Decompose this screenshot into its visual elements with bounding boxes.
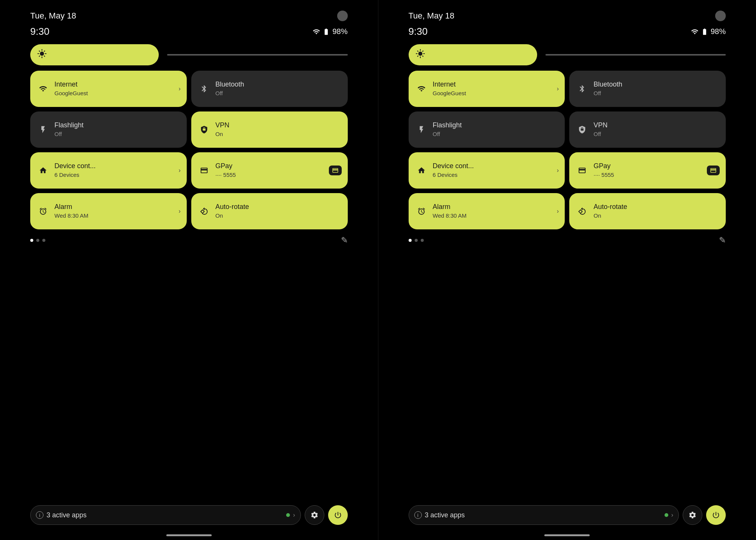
tile-text: VPN Off bbox=[593, 121, 720, 138]
tile-vpn[interactable]: VPN On bbox=[191, 111, 348, 148]
status-time: 9:30 bbox=[409, 26, 428, 37]
tile-subtitle: ···· 5555 bbox=[593, 171, 702, 179]
tile-text: Alarm Wed 8:30 AM bbox=[433, 203, 552, 219]
tile-gpay[interactable]: GPay ···· 5555 bbox=[569, 152, 726, 189]
tile-bluetooth[interactable]: Bluetooth Off bbox=[569, 71, 726, 107]
tile-subtitle: GoogleGuest bbox=[433, 90, 552, 97]
tile-title: VPN bbox=[593, 121, 720, 130]
tile-text: Alarm Wed 8:30 AM bbox=[54, 203, 174, 219]
settings-button[interactable] bbox=[305, 505, 324, 525]
tile-device-control[interactable]: Device cont... 6 Devices › bbox=[30, 152, 187, 189]
brightness-track[interactable] bbox=[167, 54, 348, 56]
battery-percentage: 98% bbox=[711, 27, 726, 36]
tile-title: GPay bbox=[215, 162, 324, 170]
power-button[interactable] bbox=[328, 505, 348, 525]
tile-text: Device cont... 6 Devices bbox=[54, 162, 174, 178]
info-icon: i bbox=[36, 511, 43, 519]
tiles-wrapper: Internet GoogleGuest › Bluetooth Off Fla… bbox=[409, 71, 726, 229]
tile-text: Flashlight Off bbox=[433, 121, 559, 138]
tile-bluetooth[interactable]: Bluetooth Off bbox=[191, 71, 348, 107]
brightness-pill[interactable] bbox=[30, 44, 159, 65]
edit-icon[interactable]: ✎ bbox=[341, 235, 348, 245]
active-apps-pill[interactable]: i 3 active apps › bbox=[409, 505, 679, 525]
tile-icon-wifi bbox=[415, 82, 428, 96]
tile-auto-rotate[interactable]: Auto-rotate On bbox=[569, 193, 726, 229]
tile-subtitle: Off bbox=[593, 90, 720, 97]
tile-icon-bluetooth bbox=[575, 82, 589, 96]
home-indicator bbox=[544, 534, 590, 536]
battery-percentage: 98% bbox=[332, 27, 347, 36]
tile-icon-home bbox=[415, 164, 428, 177]
tile-title: Flashlight bbox=[433, 121, 559, 130]
tile-text: GPay ···· 5555 bbox=[215, 162, 324, 178]
tile-icon-rotate bbox=[575, 204, 589, 218]
tile-icon-alarm bbox=[415, 204, 428, 218]
panel-right: Tue, May 18 9:30 98% Internet bbox=[378, 0, 756, 540]
status-row: 9:30 98% bbox=[409, 23, 726, 44]
tile-device-control[interactable]: Device cont... 6 Devices › bbox=[409, 152, 565, 189]
quick-tiles-grid: Internet GoogleGuest › Bluetooth Off Fla… bbox=[30, 71, 348, 229]
bottom-bar: i 3 active apps › bbox=[409, 505, 726, 525]
tile-text: Auto-rotate On bbox=[593, 203, 720, 219]
active-apps-text: 3 active apps bbox=[425, 511, 662, 519]
tile-title: Device cont... bbox=[433, 162, 552, 170]
brightness-pill[interactable] bbox=[409, 44, 537, 65]
gpay-card bbox=[329, 166, 342, 175]
status-bar: Tue, May 18 bbox=[409, 7, 726, 23]
tile-icon-vpn bbox=[197, 123, 211, 136]
active-apps-pill[interactable]: i 3 active apps › bbox=[30, 505, 301, 525]
brightness-icon bbox=[415, 49, 425, 61]
tile-auto-rotate[interactable]: Auto-rotate On bbox=[191, 193, 348, 229]
dot-2 bbox=[415, 239, 418, 242]
battery-icon bbox=[701, 28, 708, 36]
active-apps-text: 3 active apps bbox=[46, 511, 283, 519]
tile-text: Internet GoogleGuest bbox=[54, 80, 174, 97]
tile-title: Flashlight bbox=[54, 121, 181, 130]
pill-chevron: › bbox=[293, 512, 295, 518]
brightness-row[interactable] bbox=[409, 44, 726, 65]
tile-subtitle: Off bbox=[54, 130, 181, 138]
status-bar: Tue, May 18 bbox=[30, 7, 348, 23]
tile-text: GPay ···· 5555 bbox=[593, 162, 702, 178]
tile-icon-flashlight bbox=[415, 123, 428, 136]
tile-chevron: › bbox=[178, 208, 180, 215]
tile-icon-alarm bbox=[36, 204, 50, 218]
tile-icon-gpay bbox=[575, 164, 589, 177]
tile-internet[interactable]: Internet GoogleGuest › bbox=[409, 71, 565, 107]
tile-text: Device cont... 6 Devices bbox=[433, 162, 552, 178]
info-icon: i bbox=[414, 511, 422, 519]
tile-internet[interactable]: Internet GoogleGuest › bbox=[30, 71, 187, 107]
tile-chevron: › bbox=[178, 85, 180, 92]
brightness-row[interactable] bbox=[30, 44, 348, 65]
tile-subtitle: Wed 8:30 AM bbox=[54, 212, 174, 220]
tile-subtitle: 6 Devices bbox=[433, 171, 552, 179]
tile-text: Auto-rotate On bbox=[215, 203, 342, 219]
tile-gpay[interactable]: GPay ···· 5555 bbox=[191, 152, 348, 189]
tile-icon-wifi bbox=[36, 82, 50, 96]
battery-icon bbox=[322, 28, 330, 36]
status-date: Tue, May 18 bbox=[30, 11, 76, 21]
power-button[interactable] bbox=[706, 505, 726, 525]
tile-flashlight[interactable]: Flashlight Off bbox=[409, 111, 565, 148]
tile-title: Internet bbox=[54, 80, 174, 89]
tile-chevron: › bbox=[178, 167, 180, 174]
edit-icon[interactable]: ✎ bbox=[719, 235, 726, 245]
wifi-status-icon bbox=[313, 28, 320, 36]
tile-icon-rotate bbox=[197, 204, 211, 218]
tile-alarm[interactable]: Alarm Wed 8:30 AM › bbox=[409, 193, 565, 229]
tile-icon-vpn bbox=[575, 123, 589, 136]
tile-vpn[interactable]: VPN Off bbox=[569, 111, 726, 148]
tile-title: Internet bbox=[433, 80, 552, 89]
quick-tiles-grid: Internet GoogleGuest › Bluetooth Off Fla… bbox=[409, 71, 726, 229]
tile-alarm[interactable]: Alarm Wed 8:30 AM › bbox=[30, 193, 187, 229]
status-dot bbox=[715, 11, 726, 21]
tile-title: VPN bbox=[215, 121, 342, 130]
pagination-dots bbox=[409, 239, 424, 242]
settings-button[interactable] bbox=[683, 505, 702, 525]
brightness-track[interactable] bbox=[545, 54, 726, 56]
dot-3 bbox=[42, 239, 45, 242]
dot-3 bbox=[421, 239, 424, 242]
tile-flashlight[interactable]: Flashlight Off bbox=[30, 111, 187, 148]
tile-subtitle: ···· 5555 bbox=[215, 171, 324, 179]
pagination-row: ✎ bbox=[30, 229, 348, 245]
